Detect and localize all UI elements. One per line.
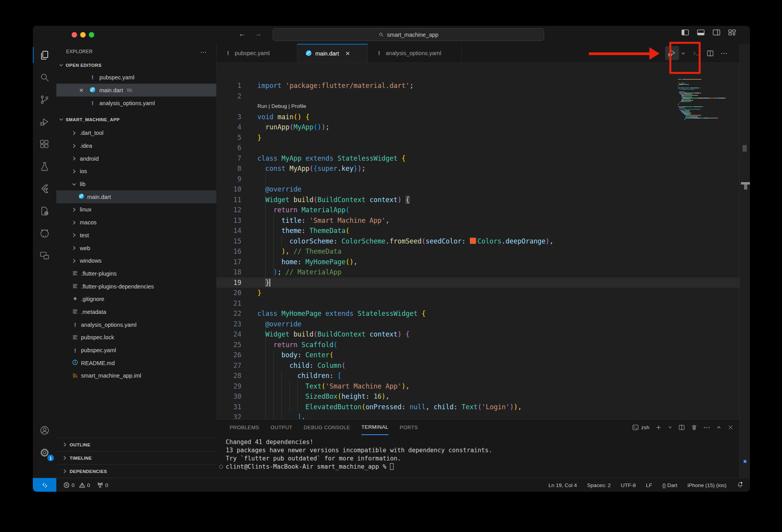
warning-icon: !: [89, 74, 96, 81]
explorer-more-actions-icon[interactable]: ⋯: [200, 48, 207, 56]
remote-icon: [41, 482, 48, 489]
tree-item-.flutter-plugins-dependencies[interactable]: .flutter-plugins-dependencies: [56, 280, 216, 293]
open-editor-item[interactable]: !pubspec.yaml: [56, 71, 216, 84]
status-item-utf-8[interactable]: UTF-8: [621, 482, 636, 488]
scrollbar-thumb[interactable]: [742, 145, 747, 152]
status-item-spaces-2[interactable]: Spaces: 2: [587, 482, 611, 488]
tree-item-main.dart[interactable]: main.dart: [56, 190, 216, 203]
codelens-run-debug-profile[interactable]: Run | Debug | Profile: [257, 101, 306, 112]
tree-item-.idea[interactable]: .idea: [56, 140, 216, 152]
new-terminal-icon[interactable]: [655, 424, 662, 431]
minimize-window-button[interactable]: [80, 32, 86, 38]
file-label: main.dart: [99, 87, 123, 93]
line-number: 10: [216, 184, 241, 195]
customize-layout-icon[interactable]: [728, 29, 736, 36]
panel-tab-terminal[interactable]: TERMINAL: [361, 419, 388, 435]
toggle-primary-sidebar-icon[interactable]: [681, 29, 689, 36]
toggle-panel-icon[interactable]: [697, 29, 705, 36]
tree-item-pubspec.lock[interactable]: pubspec.lock: [56, 331, 216, 344]
tree-item-linux[interactable]: linux: [56, 203, 216, 216]
list-icon: [72, 334, 78, 341]
activity-item-testing[interactable]: [33, 155, 56, 177]
activity-item-source-control[interactable]: [33, 88, 56, 111]
back-icon[interactable]: ←: [238, 30, 246, 38]
tree-item-android[interactable]: android: [56, 152, 216, 165]
code-editor[interactable]: 1import 'package:flutter/material.dart';…: [216, 78, 739, 419]
panel-tab-problems[interactable]: PROBLEMS: [230, 419, 259, 435]
split-terminal-icon[interactable]: [678, 424, 685, 431]
maximize-panel-chevron-icon[interactable]: [716, 425, 721, 430]
activity-item-search[interactable]: [33, 66, 56, 88]
tree-item-.metadata[interactable]: .metadata: [56, 306, 216, 319]
terminal-content[interactable]: Changed 41 dependencies!13 packages have…: [216, 438, 739, 471]
activity-item-explorer[interactable]: [33, 44, 56, 66]
close-panel-icon[interactable]: [727, 424, 734, 431]
close-tab-icon[interactable]: ✕: [345, 50, 350, 57]
tree-item-analysis_options.yaml[interactable]: !analysis_options.yaml: [56, 318, 216, 331]
accounts-icon[interactable]: [33, 419, 56, 441]
tab-analysis_options.yaml[interactable]: !analysis_options.yaml: [368, 44, 462, 62]
annotation-arrow-line: [589, 52, 650, 55]
activity-item-github[interactable]: [33, 222, 56, 244]
activity-item-flutter[interactable]: [33, 177, 56, 200]
status-item-iphone-15-ios-[interactable]: iPhone (15) (ios): [687, 482, 726, 488]
tree-item-pubspec.yaml[interactable]: !pubspec.yaml: [56, 344, 216, 357]
editor-more-actions-icon[interactable]: ⋯: [721, 49, 728, 57]
chevron-right-icon: [71, 258, 77, 264]
vscode-window: ← → smart_machine_app 1 EXPL: [33, 26, 750, 492]
forward-icon[interactable]: →: [254, 30, 262, 38]
open-editor-item[interactable]: !analysis_options.yaml: [56, 97, 216, 109]
minimap[interactable]: [678, 79, 729, 120]
tab-main.dart[interactable]: main.dart✕: [297, 44, 368, 63]
notifications-bell-icon[interactable]: [737, 481, 744, 489]
activity-item-remote-explorer[interactable]: [33, 244, 56, 267]
tree-item-.gitignore[interactable]: .gitignore: [56, 293, 216, 306]
toggle-secondary-sidebar-icon[interactable]: [713, 29, 720, 36]
panel-tab-ports[interactable]: PORTS: [400, 419, 418, 435]
kill-terminal-trash-icon[interactable]: [691, 424, 698, 431]
status-item-lf[interactable]: LF: [646, 482, 652, 488]
zoom-window-button[interactable]: [89, 32, 94, 38]
tab-pubspec.yaml[interactable]: !pubspec.yaml: [216, 44, 297, 62]
activity-item-run-and-debug[interactable]: [33, 111, 56, 133]
tree-item-web[interactable]: web: [56, 242, 216, 254]
ports-status[interactable]: 0: [97, 482, 108, 488]
tree-item-ios[interactable]: ios: [56, 165, 216, 178]
activity-item-extensions[interactable]: [33, 133, 56, 155]
tree-item-macos[interactable]: macos: [56, 216, 216, 229]
open-editors-section-header[interactable]: OPEN EDITORS: [56, 59, 216, 71]
panel-tab-output[interactable]: OUTPUT: [270, 419, 292, 435]
open-editor-item[interactable]: ✕main.dartlib: [56, 84, 216, 97]
tree-item-test[interactable]: test: [56, 229, 216, 242]
sidebar-section-timeline[interactable]: TIMELINE: [56, 451, 216, 464]
settings-gear-icon[interactable]: 1: [33, 441, 56, 464]
close-window-button[interactable]: [72, 32, 77, 38]
dart-icon: [305, 50, 312, 58]
terminal-dropdown-chevron-icon[interactable]: [668, 425, 672, 430]
sidebar-section-outline[interactable]: OUTLINE: [56, 438, 216, 451]
tree-item-README.md[interactable]: README.md: [56, 356, 216, 369]
command-decoration[interactable]: [219, 465, 223, 469]
file-detail: lib: [127, 87, 132, 93]
close-icon[interactable]: ✕: [79, 87, 86, 93]
code-line: 21: [216, 298, 739, 309]
sidebar-section-dependencies[interactable]: DEPENDENCIES: [56, 464, 216, 478]
activity-item-project-settings[interactable]: [33, 200, 56, 222]
terminal-shell-selector[interactable]: zsh: [632, 424, 649, 431]
status-item--dart[interactable]: {} Dart: [662, 482, 677, 488]
tree-item-lib[interactable]: lib: [56, 178, 216, 191]
remote-indicator[interactable]: [33, 478, 56, 492]
scrollbar-rail[interactable]: [739, 44, 750, 478]
panel-tab-debug-console[interactable]: DEBUG CONSOLE: [304, 419, 350, 435]
tree-item-windows[interactable]: windows: [56, 254, 216, 267]
split-editor-icon[interactable]: [706, 50, 714, 57]
status-item-ln-19-col-4[interactable]: Ln 19, Col 4: [548, 482, 577, 488]
tree-item-.flutter-plugins[interactable]: .flutter-plugins: [56, 267, 216, 280]
command-center-search[interactable]: smart_machine_app: [273, 28, 544, 41]
panel-more-actions-icon[interactable]: ⋯: [703, 423, 710, 432]
tree-item-smart_machine_app.iml[interactable]: smart_machine_app.iml: [56, 369, 216, 382]
problems-status[interactable]: 0 0: [63, 482, 90, 488]
tree-item-.dart_tool[interactable]: .dart_tool: [56, 127, 216, 140]
line-number: 1: [216, 81, 241, 91]
project-section-header[interactable]: SMART_MACHINE_APP: [56, 114, 216, 125]
